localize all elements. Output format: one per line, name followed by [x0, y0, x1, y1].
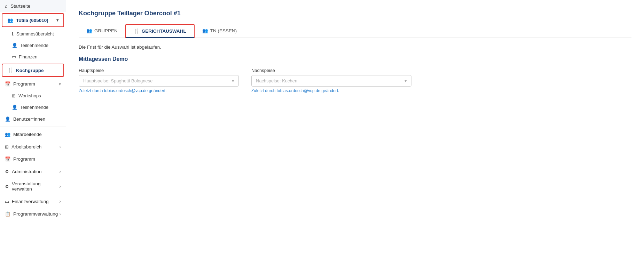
sidebar-item-finanzverwaltung[interactable]: ▭ Finanzverwaltung ›: [0, 195, 66, 208]
chevron-down-nachspeise-icon: ▾: [405, 78, 407, 83]
chevron-down-hauptspeise-icon: ▾: [232, 78, 234, 83]
finanzverwaltung-label: Finanzverwaltung: [12, 199, 49, 204]
sidebar-item-administration[interactable]: ⚙ Administration ›: [0, 165, 66, 178]
veranstaltung-icon: ⚙: [5, 184, 9, 189]
finanzverwaltung-icon: ▭: [5, 199, 9, 204]
page-title: Kochgruppe Teillager Obercool #1: [79, 10, 631, 17]
benutzerinnen-label: Benutzer*innen: [13, 116, 45, 122]
arbeitsbereich-label: Arbeitsbereich: [11, 144, 41, 149]
chevron-down-icon: ▾: [56, 18, 58, 23]
hauptspeise-changed: Zuletzt durch tobias.ordosch@vcp.de geän…: [79, 88, 239, 93]
sidebar-item-finanzen[interactable]: ▭ Finanzen: [0, 51, 66, 63]
sidebar-item-benutzerinnen[interactable]: 👤 Benutzer*innen: [0, 113, 66, 125]
nachspeise-changed: Zuletzt durch tobias.ordosch@vcp.de geän…: [251, 88, 411, 93]
grid-icon: ⊞: [12, 93, 16, 98]
nachspeise-select[interactable]: Nachspeise: Kuchen ▾: [251, 75, 411, 87]
sidebar-item-teilnehmende-sub[interactable]: 👤 Teilnehmende: [0, 102, 66, 113]
gruppen-tab-icon: 👥: [86, 28, 92, 33]
sidebar-item-veranstaltung-verwalten[interactable]: ⚙ Veranstaltung verwalten ›: [0, 178, 66, 195]
stammesübersicht-label: Stammesübersicht: [16, 31, 54, 37]
nachspeise-label: Nachspeise: [251, 68, 411, 73]
sidebar-item-teilnehmende-top[interactable]: 👤 Teilnehmende: [0, 40, 66, 51]
sidebar: ⌂ Startseite 👥 Totila (605010) ▾ ℹ Stamm…: [0, 0, 66, 275]
gerichtauswahl-tab-icon: 🍴: [134, 28, 140, 34]
tab-gerichtauswahl[interactable]: 🍴 GERICHTAUSWAHL: [125, 24, 195, 38]
person-sub-icon: 👤: [12, 105, 17, 110]
chevron-right-programmverwaltung-icon: ›: [59, 211, 61, 217]
mittagessen-title: Mittagessen Demo: [79, 56, 631, 62]
tn-essen-tab-label: TN (ESSEN): [210, 28, 237, 33]
home-icon: ⌂: [5, 3, 8, 9]
programm-main-label: Programm: [13, 156, 35, 162]
finanzen-icon: ▭: [12, 54, 16, 59]
teilnehmende-top-label: Teilnehmende: [20, 43, 48, 48]
gruppen-tab-label: GRUPPEN: [94, 28, 118, 33]
chevron-right-veranstaltung-icon: ›: [59, 184, 61, 189]
sidebar-item-programm-group[interactable]: 📅 Programm ▾: [0, 78, 66, 90]
hauptspeise-select[interactable]: Hauptspeise: Spaghetti Bolognese ▾: [79, 75, 239, 87]
benutzer-icon: 👤: [5, 116, 10, 122]
sidebar-item-arbeitsbereich[interactable]: ⊞ Arbeitsbereich ›: [0, 140, 66, 153]
food-selection-row: Hauptspeise Hauptspeise: Spaghetti Bolog…: [79, 68, 631, 93]
arbeitsbereich-icon: ⊞: [5, 144, 9, 149]
workshops-label: Workshops: [18, 93, 41, 98]
administration-icon: ⚙: [5, 169, 9, 174]
teilnehmende-sub-label: Teilnehmende: [20, 105, 48, 110]
chevron-down-programm-icon: ▾: [59, 82, 61, 87]
sidebar-item-startseite[interactable]: ⌂ Startseite: [0, 0, 66, 12]
calendar-icon: 📅: [5, 81, 10, 87]
hauptspeise-label: Hauptspeise: [79, 68, 239, 73]
tab-gruppen[interactable]: 👥 GRUPPEN: [79, 24, 125, 38]
gerichtauswahl-tab-label: GERICHTAUSWAHL: [142, 29, 186, 34]
mitarbeitende-icon: 👥: [5, 132, 10, 137]
programm-group-label: Programm: [13, 81, 35, 87]
sidebar-item-totila[interactable]: 👥 Totila (605010) ▾: [2, 13, 64, 27]
person-icon: 👤: [12, 43, 17, 48]
nachspeise-placeholder: Nachspeise: Kuchen: [256, 78, 297, 83]
kochgruppe-label: Kochgruppe: [16, 68, 44, 73]
mitarbeitende-label: Mitarbeitende: [13, 132, 42, 137]
notice-text: Die Frist für die Auswahl ist abgelaufen…: [79, 45, 631, 50]
sidebar-item-kochgruppe[interactable]: 🍴 Kochgruppe: [2, 64, 64, 77]
info-icon: ℹ: [12, 31, 14, 37]
sidebar-item-workshops[interactable]: ⊞ Workshops: [0, 90, 66, 102]
chevron-right-admin-icon: ›: [59, 169, 61, 174]
startseite-label: Startseite: [10, 3, 30, 9]
tab-tn-essen[interactable]: 👥 TN (ESSEN): [195, 24, 245, 38]
programmverwaltung-label: Programmverwaltung: [13, 211, 58, 217]
sidebar-item-stammesübersicht[interactable]: ℹ Stammesübersicht: [0, 28, 66, 40]
administration-label: Administration: [12, 169, 42, 174]
chevron-right-arbeitsbereich-icon: ›: [59, 144, 61, 149]
divider-1: [0, 127, 66, 127]
nachspeise-column: Nachspeise Nachspeise: Kuchen ▾ Zuletzt …: [251, 68, 411, 93]
finanzen-label: Finanzen: [19, 54, 37, 59]
programmverwaltung-icon: 📋: [5, 211, 10, 217]
veranstaltung-verwalten-label: Veranstaltung verwalten: [12, 181, 59, 192]
main-content: Kochgruppe Teillager Obercool #1 👥 GRUPP…: [66, 0, 644, 275]
sidebar-item-programm-main[interactable]: 📅 Programm: [0, 153, 66, 165]
hauptspeise-placeholder: Hauptspeise: Spaghetti Bolognese: [83, 78, 152, 83]
tn-essen-tab-icon: 👥: [202, 28, 208, 33]
tabs-bar: 👥 GRUPPEN 🍴 GERICHTAUSWAHL 👥 TN (ESSEN): [79, 24, 631, 38]
users-icon: 👥: [7, 17, 13, 23]
sidebar-item-programmverwaltung[interactable]: 📋 Programmverwaltung ›: [0, 208, 66, 220]
chevron-right-finanzverwaltung-icon: ›: [59, 199, 61, 204]
totila-label: Totila (605010): [16, 18, 54, 23]
fork-icon: 🍴: [7, 67, 13, 73]
sidebar-item-mitarbeitende[interactable]: 👥 Mitarbeitende: [0, 128, 66, 140]
programm-main-icon: 📅: [5, 156, 10, 162]
hauptspeise-column: Hauptspeise Hauptspeise: Spaghetti Bolog…: [79, 68, 239, 93]
